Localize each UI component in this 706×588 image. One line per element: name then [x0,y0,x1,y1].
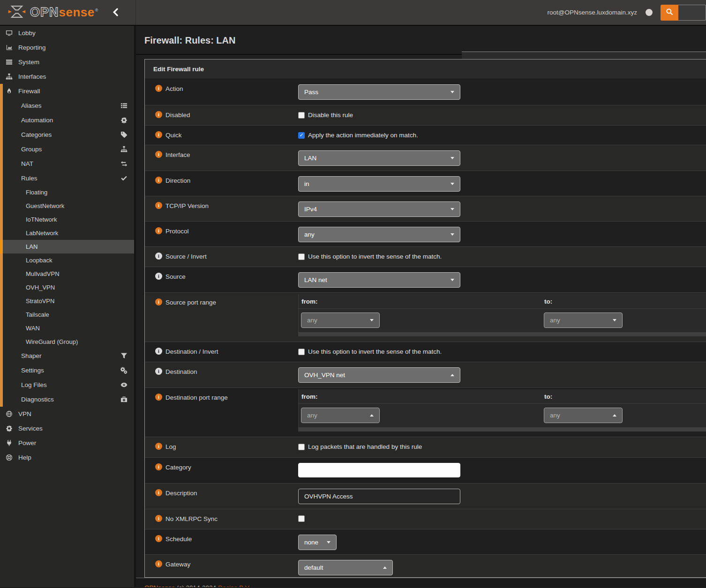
sidebar-item-interfaces[interactable]: Interfaces [0,69,134,84]
sidebar-item-automation[interactable]: Automation [3,113,134,127]
destination-select[interactable]: OVH_VPN net [298,367,460,383]
direction-select[interactable]: in [298,176,460,192]
info-icon[interactable]: i [155,298,162,305]
form-row-description: iDescription [145,483,706,509]
destination-port-range-to-select[interactable]: any [544,408,623,423]
sidebar-item-settings[interactable]: Settings [3,363,134,378]
info-icon[interactable]: i [155,111,162,118]
sidebar-item-wireguard-group[interactable]: WireGuard (Group) [3,335,134,349]
info-icon[interactable]: i [155,227,162,234]
info-icon[interactable]: i [155,85,162,92]
info-icon[interactable]: i [155,515,162,522]
sidebar-collapse-icon[interactable] [111,7,121,18]
schedule-select[interactable]: none [298,535,337,550]
sidebar-item-guestnetwork[interactable]: GuestNetwork [3,199,134,213]
info-icon[interactable]: i [155,273,162,280]
destination-invert-checkbox[interactable] [298,349,305,355]
horizontal-scrollbar[interactable] [299,332,706,336]
info-icon[interactable]: i [155,463,162,470]
info-icon[interactable]: i [155,177,162,184]
sidebar-item-iotnetwork[interactable]: IoTNetwork [3,213,134,226]
sidebar-item-rules[interactable]: Rules [3,171,134,186]
port-to-header: to: [541,294,706,308]
no-xmlrpc-sync-checkbox[interactable] [298,515,305,522]
sidebar-item-nat[interactable]: NAT [3,156,134,171]
interface-select[interactable]: LAN [298,150,460,166]
sidebar-item-groups[interactable]: Groups [3,142,134,156]
sidebar-item-labnetwork[interactable]: LabNetwork [3,226,134,240]
log-checkbox[interactable] [298,444,305,450]
info-icon[interactable]: i [155,535,162,542]
source-select[interactable]: LAN net [298,272,460,288]
info-icon[interactable]: i [155,368,162,375]
field-label: Interface [165,151,190,158]
sidebar-item-shaper[interactable]: Shaper [3,349,134,363]
action-select[interactable]: Pass [298,84,460,100]
sidebar-item-label: Floating [26,189,47,196]
info-icon[interactable]: i [155,202,162,209]
field-label: Schedule [165,536,192,543]
info-icon[interactable]: i [155,394,162,401]
sidebar-item-log-files[interactable]: Log Files [3,378,134,392]
sidebar-item-categories[interactable]: Categories [3,127,134,142]
source-port-range-from-select[interactable]: any [301,313,380,328]
checkbox-label: Disable this rule [308,112,353,119]
sitemap-icon [120,146,128,153]
source-invert-checkbox[interactable] [298,253,305,260]
sidebar-item-stratovpn[interactable]: StratoVPN [3,294,134,308]
sidebar-item-label: Groups [21,146,42,153]
checkbox-label: Use this option to invert the sense of t… [308,348,442,355]
sidebar-item-label: Settings [21,367,44,374]
search-button[interactable] [661,5,678,21]
info-icon[interactable]: i [155,253,162,260]
info-icon[interactable]: i [155,560,162,567]
selected-value: any [550,317,560,324]
sidebar-item-lobby[interactable]: Lobby [0,26,134,40]
sidebar-item-system[interactable]: System [0,55,134,69]
content-top-strip [462,52,706,59]
sidebar-item-reporting[interactable]: Reporting [0,40,134,55]
sidebar-item-tailscale[interactable]: Tailscale [3,308,134,321]
footer-opnsense-link[interactable]: OPNsense [144,584,175,587]
sidebar-item-label: Lobby [18,30,36,37]
sidebar-item-label: NAT [21,160,33,167]
info-icon[interactable]: i [155,151,162,158]
quick-checkbox[interactable]: ✓ [298,132,305,139]
sidebar-item-aliases[interactable]: Aliases [3,98,134,113]
sidebar-item-diagnostics[interactable]: Diagnostics [3,392,134,407]
source-port-range-to-select[interactable]: any [544,313,623,328]
sidebar-item-mullvadvpn[interactable]: MullvadVPN [3,267,134,281]
info-icon[interactable]: i [155,489,162,496]
chevron-down-icon [451,91,454,93]
sidebar-item-loopback[interactable]: Loopback [3,253,134,267]
description-input[interactable] [298,489,460,504]
brand-text[interactable]: OPNsense® [30,5,98,20]
category-input[interactable] [298,463,460,477]
info-icon[interactable]: i [155,131,162,138]
protocol-select[interactable]: any [298,227,460,242]
globe-icon [6,410,14,417]
chevron-up-icon [451,374,454,376]
search-input[interactable] [678,5,706,21]
horizontal-scrollbar[interactable] [299,427,706,432]
gateway-select[interactable]: default [298,560,393,575]
info-icon[interactable]: i [155,443,162,450]
form-row-category: iCategory [145,457,706,483]
disabled-checkbox[interactable] [298,112,305,119]
logged-in-user[interactable]: root@OPNsense.luxdomain.xyz [547,9,637,16]
sidebar-item-wan[interactable]: WAN [3,321,134,335]
sidebar-item-help[interactable]: Help [0,450,134,465]
info-icon[interactable]: i [155,348,162,355]
chevron-down-icon [451,233,454,236]
sidebar-nav: LobbyReportingSystemInterfacesFirewallAl… [0,26,136,587]
sidebar-item-floating[interactable]: Floating [3,186,134,199]
footer-deciso-link[interactable]: Deciso B.V. [218,584,250,587]
sidebar-item-ovh-vpn[interactable]: OVH_VPN [3,281,134,294]
sidebar-item-firewall[interactable]: Firewall [3,84,134,98]
sidebar-item-power[interactable]: Power [0,436,134,450]
destination-port-range-from-select[interactable]: any [301,408,380,423]
tcpip-version-select[interactable]: IPv4 [298,201,460,217]
sidebar-item-vpn[interactable]: VPN [0,407,134,421]
sidebar-item-services[interactable]: Services [0,421,134,436]
sidebar-item-lan[interactable]: LAN [0,240,134,253]
